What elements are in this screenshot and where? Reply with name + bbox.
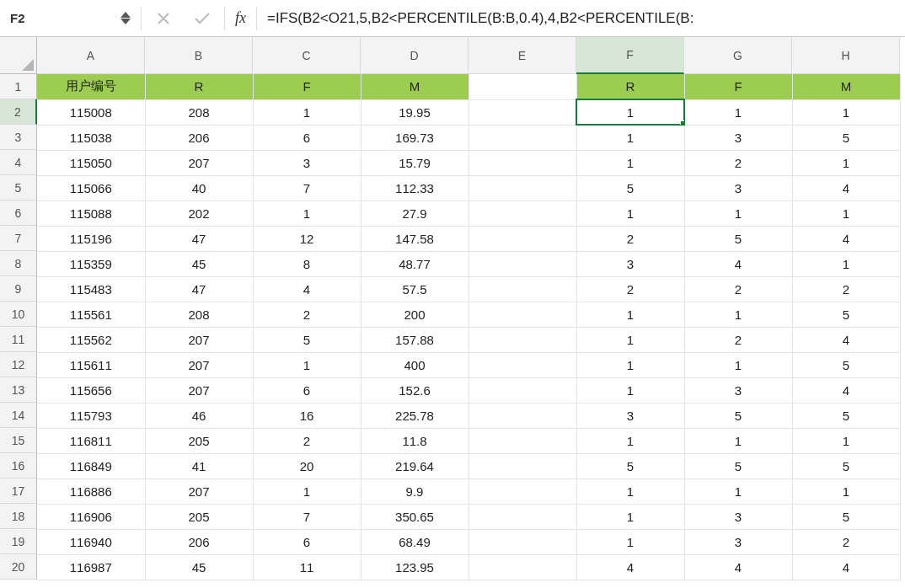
cell-H15[interactable]: 1 [792,428,900,453]
name-box-stepper[interactable] [120,12,131,24]
cell-G13[interactable]: 3 [684,377,792,403]
stepper-down-icon[interactable] [120,19,131,24]
cell-B7[interactable]: 47 [145,226,253,251]
cell-B5[interactable]: 40 [145,175,253,200]
cell-A4[interactable]: 115050 [37,150,145,175]
cell-A16[interactable]: 116849 [37,453,145,478]
cell-F20[interactable]: 4 [576,554,684,580]
cell-B8[interactable]: 45 [145,251,253,276]
cell-C2[interactable]: 1 [253,99,361,125]
cell-B19[interactable]: 206 [145,529,253,554]
row-header-1[interactable]: 1 [0,74,37,99]
cell-B9[interactable]: 47 [145,276,253,302]
stepper-up-icon[interactable] [120,12,131,18]
cell-D20[interactable]: 123.95 [361,554,469,580]
cell-A6[interactable]: 115088 [37,200,145,226]
cell-D10[interactable]: 200 [361,302,469,327]
cell-E4[interactable] [469,150,576,175]
cell-A12[interactable]: 115611 [37,352,145,377]
cells-area[interactable]: 用户编号RFMRFM115008208119.95111115038206616… [37,74,901,580]
cell-D13[interactable]: 152.6 [361,377,469,403]
cell-A19[interactable]: 116940 [37,529,145,554]
cell-D2[interactable]: 19.95 [361,99,469,125]
cell-A5[interactable]: 115066 [37,175,145,200]
cell-E15[interactable] [469,428,576,453]
cell-G1[interactable]: F [684,74,792,99]
cell-E11[interactable] [469,327,576,352]
accept-button[interactable] [185,6,219,31]
cell-E7[interactable] [469,226,576,251]
cell-F7[interactable]: 2 [576,226,684,251]
cell-B14[interactable]: 46 [145,403,253,428]
cell-F10[interactable]: 1 [576,302,684,327]
row-header-9[interactable]: 9 [0,276,37,302]
cell-C9[interactable]: 4 [253,276,361,302]
column-header-G[interactable]: G [684,37,792,74]
cell-E6[interactable] [469,200,576,226]
cell-G17[interactable]: 1 [684,478,792,504]
cell-C20[interactable]: 11 [253,554,361,580]
row-header-7[interactable]: 7 [0,226,37,251]
cell-C7[interactable]: 12 [253,226,361,251]
cell-G20[interactable]: 4 [684,554,792,580]
cell-C8[interactable]: 8 [253,251,361,276]
cell-B2[interactable]: 208 [145,99,253,125]
cell-H13[interactable]: 4 [792,377,900,403]
cell-A18[interactable]: 116906 [37,504,145,529]
cell-D4[interactable]: 15.79 [361,150,469,175]
cell-A1[interactable]: 用户编号 [37,74,145,99]
row-header-18[interactable]: 18 [0,504,37,529]
cell-H18[interactable]: 5 [792,504,900,529]
cell-H10[interactable]: 5 [792,302,900,327]
cell-G6[interactable]: 1 [684,200,792,226]
cell-G7[interactable]: 5 [684,226,792,251]
cell-H8[interactable]: 1 [792,251,900,276]
row-header-15[interactable]: 15 [0,428,37,453]
cell-B3[interactable]: 206 [145,125,253,150]
cell-H19[interactable]: 2 [792,529,900,554]
cell-H17[interactable]: 1 [792,478,900,504]
cell-C15[interactable]: 2 [253,428,361,453]
cell-E14[interactable] [469,403,576,428]
row-header-16[interactable]: 16 [0,453,37,478]
cell-C10[interactable]: 2 [253,302,361,327]
cell-H3[interactable]: 5 [792,125,900,150]
cell-E13[interactable] [469,377,576,403]
cancel-button[interactable] [147,6,180,31]
cell-D9[interactable]: 57.5 [361,276,469,302]
cell-G3[interactable]: 3 [684,125,792,150]
row-header-20[interactable]: 20 [0,554,37,580]
cell-D3[interactable]: 169.73 [361,125,469,150]
cell-H7[interactable]: 4 [792,226,900,251]
cell-G5[interactable]: 3 [684,175,792,200]
cell-E9[interactable] [469,276,576,302]
cell-E8[interactable] [469,251,576,276]
cell-C14[interactable]: 16 [253,403,361,428]
cell-G10[interactable]: 1 [684,302,792,327]
cell-D19[interactable]: 68.49 [361,529,469,554]
cell-F5[interactable]: 5 [576,175,684,200]
cell-D14[interactable]: 225.78 [361,403,469,428]
cell-D1[interactable]: M [361,74,469,99]
cell-F12[interactable]: 1 [576,352,684,377]
cell-B6[interactable]: 202 [145,200,253,226]
cell-G15[interactable]: 1 [684,428,792,453]
row-header-6[interactable]: 6 [0,200,37,226]
cell-A3[interactable]: 115038 [37,125,145,150]
cell-H6[interactable]: 1 [792,200,900,226]
cell-E18[interactable] [469,504,576,529]
cell-H16[interactable]: 5 [792,453,900,478]
row-header-4[interactable]: 4 [0,150,37,175]
cell-A11[interactable]: 115562 [37,327,145,352]
cell-B18[interactable]: 205 [145,504,253,529]
row-header-12[interactable]: 12 [0,352,37,377]
cell-C19[interactable]: 6 [253,529,361,554]
cell-D15[interactable]: 11.8 [361,428,469,453]
cell-A13[interactable]: 115656 [37,377,145,403]
cell-D5[interactable]: 112.33 [361,175,469,200]
cell-G19[interactable]: 3 [684,529,792,554]
cell-F3[interactable]: 1 [576,125,684,150]
cell-C11[interactable]: 5 [253,327,361,352]
cell-A2[interactable]: 115008 [37,99,145,125]
cell-F17[interactable]: 1 [576,478,684,504]
